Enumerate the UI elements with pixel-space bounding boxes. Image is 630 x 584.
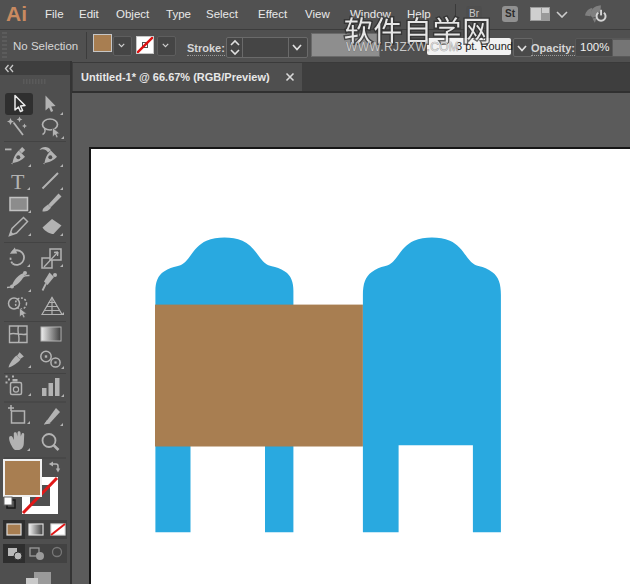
svg-text:WWW.RJZXW.COM: WWW.RJZXW.COM (346, 40, 459, 54)
